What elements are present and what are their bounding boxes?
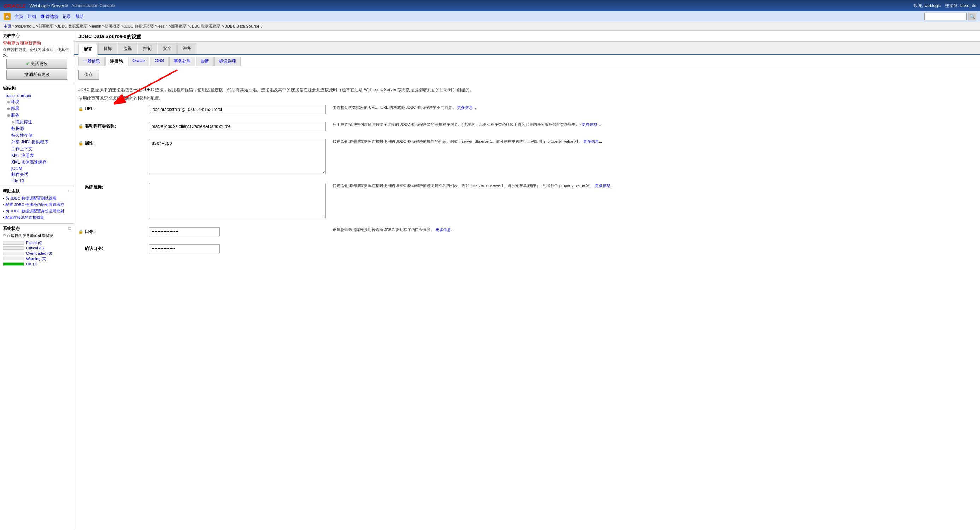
- tree-persistence[interactable]: 持久性存储: [3, 132, 71, 139]
- toolbar-home-link[interactable]: 主页: [15, 14, 23, 20]
- field-sysprops-label: 系统属性:: [78, 183, 149, 191]
- tab-monitor[interactable]: 监视: [118, 43, 137, 54]
- field-url-input-area: [149, 105, 326, 114]
- status-collapse-btn[interactable]: □: [68, 226, 71, 232]
- properties-textarea[interactable]: user=app: [149, 139, 326, 174]
- tree-datasource[interactable]: 数据源: [3, 126, 71, 132]
- tab-notes[interactable]: 注释: [177, 43, 196, 54]
- field-props-input-area: user=app: [149, 139, 326, 175]
- home-icon[interactable]: 🏠: [3, 13, 11, 20]
- subtab-oracle[interactable]: Oracle: [128, 57, 150, 66]
- field-driver-input-area: [149, 122, 326, 131]
- change-notice: 存在暂挂更改。必须将其激活，使其生效。: [3, 47, 71, 57]
- help-link-2[interactable]: 配置 JDBC 连接池的语句高速缓存: [5, 202, 64, 207]
- status-ok-link[interactable]: OK (1): [26, 262, 37, 266]
- subtab-connpool[interactable]: 连接池: [105, 57, 127, 66]
- tree-xmlreg[interactable]: XML 注册表: [3, 152, 71, 159]
- status-overloaded-link[interactable]: Overloaded (0): [26, 251, 52, 255]
- field-props-label: 🔒 属性:: [78, 139, 149, 146]
- confirm-password-input[interactable]: [149, 244, 220, 253]
- product-name: WebLogic Server®: [29, 3, 68, 8]
- tree-messaging[interactable]: ⊕ 消息传送: [3, 119, 71, 126]
- status-warning-link[interactable]: Warning (0): [26, 256, 46, 261]
- subtab-ons[interactable]: ONS: [150, 57, 169, 66]
- tree-jcom[interactable]: jCOM: [3, 166, 71, 171]
- field-driver-help: 用于在连接池中创建物理数据库连接的 JDBC 驱动程序类的完整程序包名。(请注意…: [326, 122, 976, 127]
- domain-title: 域结构: [3, 86, 71, 92]
- tree-services[interactable]: ⊕ 服务: [3, 112, 71, 119]
- url-help-link[interactable]: 更多信息...: [457, 105, 476, 110]
- revert-btn[interactable]: 撤消所有更改: [6, 70, 68, 80]
- status-critical-link[interactable]: Critical (0): [26, 246, 44, 250]
- help-title: 帮助主题 □: [3, 188, 71, 194]
- sysprops-textarea[interactable]: [149, 183, 326, 218]
- activate-btn[interactable]: ✔ 激活更改: [6, 59, 68, 68]
- driver-input[interactable]: [149, 122, 326, 131]
- toolbar-logout-link[interactable]: 注销: [27, 14, 36, 20]
- tree-mail[interactable]: 邮件会话: [3, 171, 71, 178]
- field-confirm-password-label: 确认口令:: [78, 244, 149, 251]
- content: JDBC Data Source-0的设置 配置 目标 监视 控制 安全 注释 …: [74, 31, 980, 530]
- password-help-link[interactable]: 更多信息...: [436, 228, 454, 232]
- lock-icon-props: 🔒: [78, 141, 83, 146]
- tab-control[interactable]: 控制: [138, 43, 157, 54]
- description1: JDBC 数据源中的连接池包含一组 JDBC 连接，应用程序保留，使用这些连接，…: [78, 87, 976, 93]
- tree-xmlcache[interactable]: XML 实体高速缓存: [3, 159, 71, 166]
- subtab-bar: 一般信息 连接池 Oracle ONS 事务处理 诊断 标识选项: [74, 55, 980, 67]
- search-button[interactable]: 🔍: [968, 13, 977, 21]
- field-sysprops: 系统属性: 传递给创建物理数据库连接时使用的 JDBC 驱动程序的系统属性名的列…: [78, 181, 976, 221]
- change-center: 更改中心 查看更改和重新启动 存在暂挂更改。必须将其激活，使其生效。 ✔ 激活更…: [0, 31, 74, 83]
- sysprops-help-link[interactable]: 更多信息...: [595, 183, 614, 188]
- logo: ORACLE WebLogic Server® Administration C…: [3, 3, 115, 9]
- tree-environment[interactable]: ⊕ 环境: [3, 99, 71, 105]
- field-sysprops-help: 传递给创建物理数据库连接时使用的 JDBC 驱动程序的系统属性名的列表。例如：s…: [326, 183, 976, 188]
- tree-jndi[interactable]: 外部 JNDI 提供程序: [3, 139, 71, 146]
- tab-security[interactable]: 安全: [158, 43, 177, 54]
- tree-domain[interactable]: base_domain: [3, 93, 71, 99]
- breadcrumb-home[interactable]: 主页: [3, 24, 11, 28]
- subtab-tx[interactable]: 事务处理: [169, 57, 196, 66]
- subtab-general[interactable]: 一般信息: [78, 57, 105, 66]
- tree-filet3[interactable]: File T3: [3, 178, 71, 184]
- password-input[interactable]: [149, 227, 220, 236]
- field-password-label: 🔒 口令:: [78, 227, 149, 235]
- subtab-identity[interactable]: 标识选项: [215, 57, 240, 66]
- system-status: 系统状态 □ 正在运行的服务器的健康状况 Failed (0) Critical…: [0, 224, 74, 269]
- toolbar: 🏠 主页 注销 🖼 首选项 记录 帮助 🔍: [0, 11, 980, 22]
- svg-line-1: [124, 70, 177, 98]
- oracle-logo-text: ORACLE: [3, 3, 26, 9]
- search-input[interactable]: [924, 13, 967, 21]
- status-failed-link[interactable]: Failed (0): [26, 240, 42, 245]
- search-box: 🔍: [924, 13, 977, 21]
- toolbar-favorites-link[interactable]: 🖼 首选项: [40, 14, 58, 20]
- driver-help-link[interactable]: 更多信息...: [582, 122, 601, 126]
- toolbar-links: 主页 注销 🖼 首选项 记录 帮助: [15, 14, 84, 20]
- lock-icon-driver: 🔒: [78, 124, 83, 129]
- status-title: 系统状态 □: [3, 226, 71, 232]
- props-help-link[interactable]: 更多信息...: [583, 139, 602, 143]
- content-body: 保存 JDBC 数据源中的连接池包含一组 JDBC 连接，应用程序保留，使用这些…: [74, 67, 980, 263]
- subtab-diag[interactable]: 诊断: [196, 57, 214, 66]
- lock-icon-url: 🔒: [78, 107, 83, 111]
- toolbar-record-link[interactable]: 记录: [62, 14, 71, 20]
- view-changes-link[interactable]: 查看更改和重新启动: [3, 40, 71, 46]
- toolbar-help-link[interactable]: 帮助: [75, 14, 84, 20]
- field-props-help: 传递给创建物理数据库连接时使用的 JDBC 驱动程序的属性的列表。例如：serv…: [326, 139, 976, 144]
- help-collapse-btn[interactable]: □: [68, 188, 71, 194]
- tree-deployment[interactable]: ⊕ 部署: [3, 105, 71, 112]
- field-confirm-password-input-area: [149, 244, 326, 253]
- tab-target[interactable]: 目标: [98, 43, 117, 54]
- help-link-1[interactable]: 为 JDBC 数据源配置测试选项: [5, 196, 57, 201]
- domain-structure: 域结构 base_domain ⊕ 环境 ⊕ 部署 ⊕ 服务 ⊕ 消息传送 数据…: [0, 83, 74, 186]
- save-button[interactable]: 保存: [78, 70, 99, 80]
- tree-workcontext[interactable]: 工作上下文: [3, 146, 71, 152]
- main-layout: 更改中心 查看更改和重新启动 存在暂挂更改。必须将其激活，使其生效。 ✔ 激活更…: [0, 31, 980, 530]
- help-link-3[interactable]: 为 JDBC 数据源配置身份证明映射: [5, 209, 64, 213]
- field-driver: 🔒 驱动程序类名称: 用于在连接池中创建物理数据库连接的 JDBC 驱动程序类的…: [78, 121, 976, 132]
- url-input[interactable]: [149, 105, 326, 114]
- help-link-4[interactable]: 配置连接池的连接收集: [5, 215, 44, 220]
- help-item-4: • 配置连接池的连接收集: [3, 215, 71, 220]
- help-item-1: • 为 JDBC 数据源配置测试选项: [3, 196, 71, 201]
- tab-config[interactable]: 配置: [78, 44, 97, 55]
- welcome-text: 欢迎, weblogic: [913, 3, 941, 9]
